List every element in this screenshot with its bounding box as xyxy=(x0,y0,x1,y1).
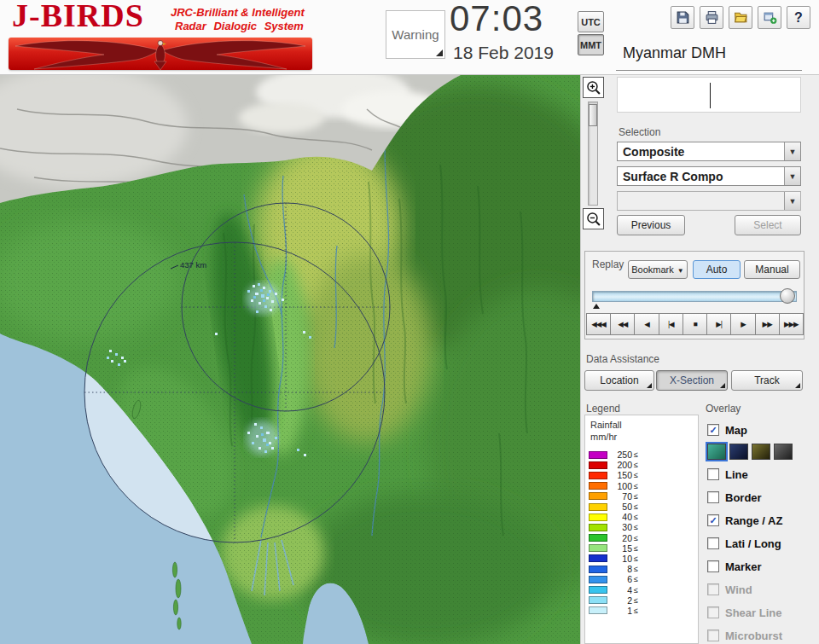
app-logo-subtitle2: Radar Dialogic System xyxy=(175,20,304,32)
overlay-item-label: Marker xyxy=(725,560,762,573)
zoom-slider-thumb[interactable] xyxy=(589,104,597,126)
export-icon xyxy=(763,10,777,25)
step-forward-button[interactable]: ▶ xyxy=(730,313,755,335)
legend-value: 50 xyxy=(609,502,632,512)
rewind-button[interactable]: ◀◀ xyxy=(610,313,635,335)
rewind-full-button[interactable]: ◀◀◀ xyxy=(586,313,611,335)
map-style-swatch-2[interactable] xyxy=(729,444,748,460)
legend-color-chip xyxy=(589,576,607,583)
map-style-swatch-1[interactable] xyxy=(707,444,726,460)
legend-value: 1 xyxy=(609,606,632,616)
step-back-button[interactable]: ◀ xyxy=(634,313,659,335)
checkbox-checked[interactable]: ✓ xyxy=(707,514,719,526)
legend-value: 8 xyxy=(609,564,632,574)
legend-entry: 20≤ xyxy=(589,533,638,543)
checkbox-checked[interactable]: ✓ xyxy=(707,424,719,436)
overlay-item-microburst[interactable]: Microburst xyxy=(707,629,815,642)
replay-slider-thumb[interactable] xyxy=(780,288,795,304)
open-file-button[interactable] xyxy=(729,6,752,29)
clock-time: 07:03 xyxy=(450,0,543,39)
legend-entries: 250≤200≤150≤100≤70≤50≤40≤30≤20≤15≤10≤8≤6… xyxy=(589,450,638,616)
warning-button[interactable]: Warning xyxy=(386,10,445,59)
overlay-item-shear-line[interactable]: Shear Line xyxy=(707,606,815,619)
legend-panel: Rainfall mm/hr 250≤200≤150≤100≤70≤50≤40≤… xyxy=(584,415,699,644)
replay-start-marker xyxy=(593,304,600,309)
save-button[interactable] xyxy=(671,6,694,29)
help-button[interactable]: ? xyxy=(787,6,810,29)
location-button[interactable]: Location xyxy=(584,370,654,391)
overlay-item-map[interactable]: ✓Map xyxy=(707,423,815,437)
legend-entry: 4≤ xyxy=(589,584,638,595)
station-name: Myanmar DMH xyxy=(623,44,726,62)
checkbox-unchecked[interactable] xyxy=(707,560,719,572)
checkbox-unchecked[interactable] xyxy=(707,491,719,503)
map-style-swatch-3[interactable] xyxy=(752,444,770,460)
previous-button[interactable]: Previous xyxy=(617,215,685,235)
mmt-button[interactable]: MMT xyxy=(578,34,604,55)
zoom-slider[interactable] xyxy=(588,102,598,206)
replay-timeline-slider[interactable] xyxy=(592,291,797,302)
checkbox-unchecked[interactable] xyxy=(707,583,719,595)
track-button[interactable]: Track xyxy=(731,370,803,391)
zoom-out-button[interactable] xyxy=(583,208,604,229)
replay-group: Replay Bookmark▼ Auto Manual ◀◀◀◀◀◀|◀■▶|… xyxy=(584,251,804,339)
lte-glyph: ≤ xyxy=(634,575,638,583)
map-style-swatch-4[interactable] xyxy=(774,444,793,460)
overlay-item-lati-long[interactable]: Lati / Long xyxy=(707,537,815,550)
station-input[interactable] xyxy=(617,77,801,113)
checkbox-unchecked[interactable] xyxy=(707,537,719,549)
fast-forward-button[interactable]: ▶▶ xyxy=(755,313,780,335)
overlay-item-range-az[interactable]: ✓Range / AZ xyxy=(707,513,815,527)
checkbox-unchecked[interactable] xyxy=(707,629,719,641)
product-combo[interactable]: Composite ▼ xyxy=(617,142,801,161)
utc-button[interactable]: UTC xyxy=(578,11,604,32)
legend-entry: 50≤ xyxy=(589,502,638,512)
overlay-list: ✓MapLineBorder✓Range / AZLati / LongMark… xyxy=(707,423,815,644)
stop-button[interactable]: ■ xyxy=(682,313,707,335)
overlay-item-label: Line xyxy=(725,468,748,481)
station-divider xyxy=(616,70,802,71)
checkbox-unchecked[interactable] xyxy=(707,606,719,618)
select-button[interactable]: Select xyxy=(735,215,801,235)
auto-button[interactable]: Auto xyxy=(693,260,741,279)
chevron-down-icon[interactable]: ▼ xyxy=(784,167,800,185)
overlay-item-border[interactable]: Border xyxy=(707,490,815,504)
xsection-button[interactable]: X-Section xyxy=(656,370,728,391)
type-combo[interactable]: Surface R Compo ▼ xyxy=(617,166,801,186)
map-region[interactable]: 437 km xyxy=(0,75,580,644)
lte-glyph: ≤ xyxy=(634,606,638,615)
frame-forward-button[interactable]: ▶| xyxy=(706,313,731,335)
bookmark-button[interactable]: Bookmark▼ xyxy=(628,260,688,279)
forward-full-button[interactable]: ▶▶▶ xyxy=(779,313,804,335)
lte-glyph: ≤ xyxy=(634,461,638,469)
overlay-item-marker[interactable]: Marker xyxy=(707,560,815,573)
range-ring-label: 437 km xyxy=(180,260,206,270)
chevron-down-icon[interactable]: ▼ xyxy=(784,192,800,210)
checkbox-unchecked[interactable] xyxy=(707,468,719,480)
print-button[interactable] xyxy=(700,6,723,29)
legend-value: 6 xyxy=(609,574,632,584)
export-button[interactable] xyxy=(758,6,781,29)
legend-value: 15 xyxy=(609,543,632,554)
overlay-item-line[interactable]: Line xyxy=(707,467,815,481)
legend-color-chip xyxy=(589,606,607,614)
legend-color-chip xyxy=(589,596,607,604)
extra-combo[interactable]: ▼ xyxy=(617,191,801,211)
legend-value: 20 xyxy=(609,533,632,543)
legend-entry: 2≤ xyxy=(589,595,638,606)
manual-button[interactable]: Manual xyxy=(744,260,800,279)
selection-label: Selection xyxy=(619,126,660,138)
overlay-item-wind[interactable]: Wind xyxy=(707,583,815,596)
extra-combo-value xyxy=(618,192,784,210)
save-icon xyxy=(676,10,690,25)
app-logo-subtitle1: JRC-Brilliant & Intelligent xyxy=(171,6,305,19)
chevron-down-icon[interactable]: ▼ xyxy=(784,142,800,160)
overlay-item-label: Map xyxy=(725,424,747,437)
zoom-in-button[interactable] xyxy=(583,77,604,98)
product-combo-value: Composite xyxy=(618,142,784,160)
frame-back-button[interactable]: |◀ xyxy=(659,313,683,335)
legend-color-chip xyxy=(589,513,607,521)
legend-value: 150 xyxy=(609,470,632,480)
legend-entry: 30≤ xyxy=(589,522,638,532)
legend-entry: 8≤ xyxy=(589,564,638,574)
